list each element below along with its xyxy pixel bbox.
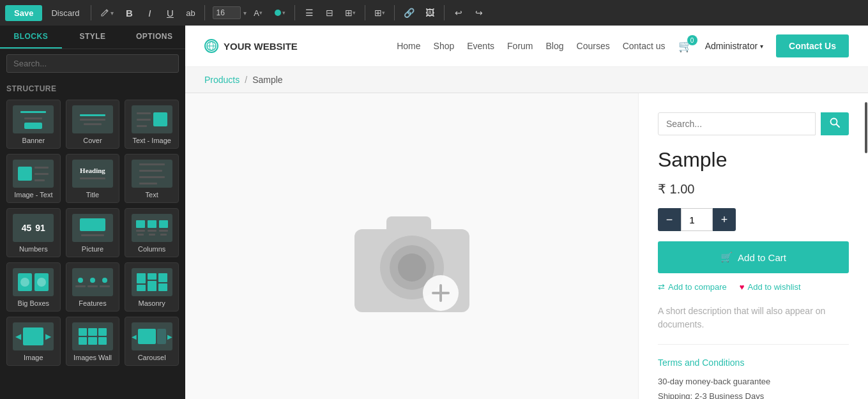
nav-contact[interactable]: Contact us	[623, 41, 666, 51]
sidebar-search-area	[0, 49, 185, 78]
breadcrumb-current: Sample	[252, 75, 282, 85]
strikethrough-button[interactable]: ab	[181, 4, 199, 22]
block-preview-big-boxes	[13, 268, 54, 296]
table-btn[interactable]: ⊞ ▾	[370, 4, 389, 22]
top-toolbar: Save Discard ▾ B I U ab 16 ▾ A ▾ ▾ ☰ ⊟ ⊞…	[0, 0, 868, 26]
block-preview-cover	[72, 105, 113, 133]
content-area: YOUR WEBSITE Home Shop Events Forum Blog…	[185, 26, 868, 399]
block-preview-text-image	[132, 105, 172, 133]
breadcrumb-separator: /	[245, 75, 247, 85]
image-btn[interactable]: 🖼	[421, 4, 439, 22]
block-item-picture[interactable]: Picture	[66, 208, 120, 257]
nav-blog[interactable]: Blog	[546, 41, 564, 51]
redo-btn[interactable]: ↪	[470, 4, 488, 22]
toolbar-divider-3	[294, 5, 295, 20]
font-size-input[interactable]: 16	[213, 6, 241, 19]
quantity-increase-button[interactable]: +	[713, 208, 736, 231]
add-to-cart-label: Add to Cart	[738, 252, 786, 263]
list-ol-btn[interactable]: ⊟	[321, 4, 339, 22]
nav-courses[interactable]: Courses	[577, 41, 610, 51]
tab-blocks[interactable]: BLOCKS	[0, 26, 62, 49]
nav-events[interactable]: Events	[467, 41, 494, 51]
compare-icon: ⇄	[658, 282, 665, 292]
dropdown-arrow-icon: ▾	[760, 43, 763, 50]
money-back-guarantee: 30-day money-back guarantee	[658, 374, 849, 389]
block-item-features[interactable]: Features	[66, 262, 120, 312]
svg-point-8	[398, 253, 426, 282]
toolbar-divider-2	[204, 5, 205, 20]
block-label-numbers: Numbers	[19, 245, 48, 253]
product-search-row	[658, 112, 849, 135]
add-to-compare-label: Add to compare	[668, 282, 727, 292]
block-item-cover[interactable]: Cover	[66, 100, 120, 149]
block-preview-masonry	[132, 268, 172, 296]
shipping-info: Shipping: 2-3 Business Days	[658, 389, 849, 399]
link-btn[interactable]: 🔗	[400, 4, 418, 22]
breadcrumb-products[interactable]: Products	[204, 75, 240, 85]
cart-icon[interactable]: 🛒 0	[678, 39, 692, 53]
terms-link[interactable]: Terms and Conditions	[658, 358, 849, 368]
block-item-numbers[interactable]: 45 91 Numbers	[6, 208, 61, 257]
contact-us-button[interactable]: Contact Us	[776, 34, 849, 57]
admin-dropdown[interactable]: Administrator ▾	[705, 41, 763, 51]
toolbar-divider-6	[444, 5, 445, 20]
nav-forum[interactable]: Forum	[507, 41, 533, 51]
undo-btn[interactable]: ↩	[450, 4, 468, 22]
quantity-input[interactable]: 1	[681, 208, 713, 231]
nav-home[interactable]: Home	[397, 41, 420, 51]
product-info: 30-day money-back guarantee Shipping: 2-…	[658, 374, 849, 399]
block-item-text-image[interactable]: Text - Image	[125, 100, 179, 149]
block-label-banner: Banner	[22, 137, 45, 144]
add-to-wishlist-link[interactable]: ♥ Add to wishlist	[740, 282, 801, 292]
bold-button[interactable]: B	[120, 4, 138, 22]
text-color-btn[interactable]: ▾	[270, 4, 289, 22]
block-item-columns[interactable]: Columns	[125, 208, 179, 257]
product-search-button[interactable]	[821, 112, 849, 135]
block-label-carousel: Carousel	[138, 354, 166, 361]
block-item-carousel[interactable]: ◀ ▶ Carousel	[125, 317, 179, 366]
block-preview-picture	[72, 214, 113, 242]
search-input[interactable]	[6, 54, 179, 73]
block-label-text-image: Text - Image	[132, 137, 171, 144]
product-price: ₹ 1.00	[658, 181, 849, 197]
block-item-masonry[interactable]: Masonry	[125, 262, 179, 312]
main-layout: BLOCKS STYLE OPTIONS Structure	[0, 26, 868, 399]
product-area: Sample ₹ 1.00 − 1 + 🛒 Add to Cart	[185, 93, 868, 399]
align-btn[interactable]: ⊞ ▾	[341, 4, 360, 22]
admin-label: Administrator	[705, 41, 758, 51]
block-preview-images-wall	[72, 322, 113, 350]
block-item-images-wall[interactable]: Images Wall	[66, 317, 120, 366]
website-header: YOUR WEBSITE Home Shop Events Forum Blog…	[185, 26, 868, 67]
block-preview-columns	[132, 214, 172, 242]
italic-button[interactable]: I	[141, 4, 158, 22]
wishlist-compare-row: ⇄ Add to compare ♥ Add to wishlist	[658, 282, 849, 292]
add-to-cart-button[interactable]: 🛒 Add to Cart	[658, 241, 849, 273]
discard-button[interactable]: Discard	[45, 5, 86, 21]
block-item-image-text[interactable]: Image - Text	[6, 154, 61, 203]
save-button[interactable]: Save	[5, 5, 42, 21]
block-item-image[interactable]: ◀ ▶ Image	[6, 317, 61, 366]
tab-style[interactable]: STYLE	[62, 26, 124, 49]
tab-options[interactable]: OPTIONS	[123, 26, 185, 49]
block-preview-image: ◀ ▶	[13, 322, 54, 350]
block-item-text[interactable]: Text	[125, 154, 179, 203]
block-item-big-boxes[interactable]: Big Boxes	[6, 262, 61, 312]
cart-icon-btn: 🛒	[720, 252, 733, 263]
heart-icon: ♥	[740, 282, 745, 292]
font-color-btn[interactable]: A ▾	[249, 4, 267, 22]
quantity-decrease-button[interactable]: −	[658, 208, 681, 231]
toolbar-divider-4	[365, 5, 365, 20]
block-preview-text	[132, 160, 172, 188]
product-search-input[interactable]	[658, 112, 816, 135]
underline-button[interactable]: U	[161, 4, 179, 22]
nav-shop[interactable]: Shop	[434, 41, 455, 51]
list-ul-btn[interactable]: ☰	[300, 4, 318, 22]
block-item-banner[interactable]: Banner	[6, 100, 61, 149]
sidebar-tabs: BLOCKS STYLE OPTIONS	[0, 26, 185, 49]
block-preview-features	[72, 268, 113, 296]
svg-rect-5	[386, 216, 431, 239]
pencil-icon-btn[interactable]: ▾	[96, 4, 118, 22]
add-to-compare-link[interactable]: ⇄ Add to compare	[658, 282, 727, 292]
breadcrumb-bar: Products / Sample	[185, 67, 868, 93]
block-item-title[interactable]: Heading Title	[66, 154, 120, 203]
